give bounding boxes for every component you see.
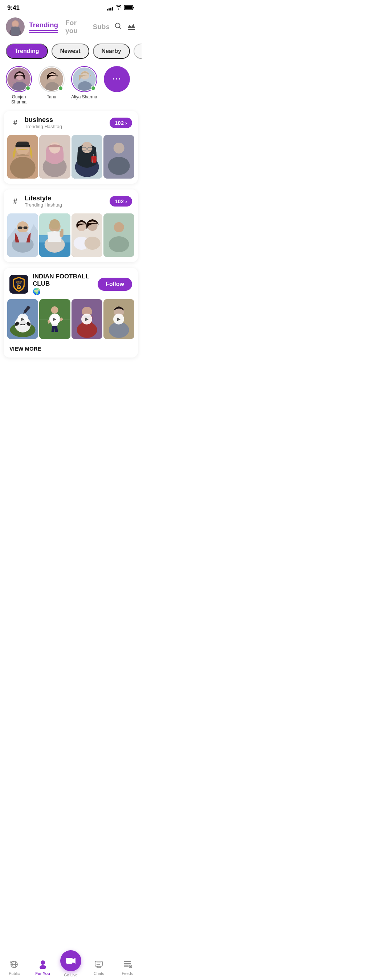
hashtag-images-lifestyle xyxy=(4,210,138,262)
club-globe-icon: 🌍 xyxy=(33,288,93,296)
hashtag-count-lifestyle[interactable]: 102 › xyxy=(110,196,132,207)
play-icon-1[interactable]: ▶ xyxy=(18,313,28,325)
hashtag-img-8[interactable] xyxy=(104,213,134,257)
hashtag-lifestyle-card: # Lifestyle Trending Hashtag 102 › xyxy=(4,189,138,262)
svg-point-64 xyxy=(18,286,19,287)
svg-point-58 xyxy=(114,222,124,232)
status-bar: 9:41 xyxy=(0,0,142,14)
battery-icon xyxy=(124,5,134,11)
svg-point-19 xyxy=(10,157,35,178)
hashtag-sub-business: Trending Hashtag xyxy=(25,124,62,129)
svg-point-65 xyxy=(19,286,20,287)
story-name-gunjan: Gunjan Sharma xyxy=(6,94,32,105)
header-nav: Trending For you Subs xyxy=(29,19,110,35)
svg-rect-51 xyxy=(61,229,64,232)
svg-point-37 xyxy=(108,157,129,175)
hashtag-img-3[interactable] xyxy=(72,135,102,178)
club-card: WINDY CITY INDIAN FOOTBALL CLUB 🌍 Follow xyxy=(4,268,138,358)
search-icon[interactable] xyxy=(114,22,122,32)
club-video-3[interactable]: ▶ xyxy=(72,299,102,339)
filter-nearby[interactable]: Nearby xyxy=(93,43,130,59)
play-icon-4[interactable]: ▶ xyxy=(113,313,124,325)
status-icons xyxy=(107,5,134,11)
filter-trending[interactable]: Trending xyxy=(6,43,48,59)
hashtag-img-2[interactable] xyxy=(39,135,70,178)
svg-point-29 xyxy=(82,143,92,153)
story-more[interactable]: ··· xyxy=(104,66,130,99)
filter-extra[interactable]: ··· xyxy=(134,43,142,59)
story-name-aliya: Aliya Sharma xyxy=(71,94,97,99)
svg-point-72 xyxy=(51,306,59,313)
story-name-tanu: Tanu xyxy=(47,94,56,99)
wifi-icon xyxy=(115,5,122,11)
club-video-4[interactable]: ▶ xyxy=(104,299,134,339)
user-avatar[interactable] xyxy=(6,18,25,36)
story-aliya[interactable]: Aliya Sharma xyxy=(71,66,97,99)
stories-row: Gunjan Sharma Tanu xyxy=(0,65,142,111)
club-video-2[interactable]: ▶ xyxy=(39,299,70,339)
svg-point-56 xyxy=(84,237,100,250)
club-info: INDIAN FOOTBALL CLUB 🌍 xyxy=(33,273,93,296)
club-videos: ▶ ▶ xyxy=(4,299,138,344)
svg-rect-1 xyxy=(125,6,132,9)
tab-subs[interactable]: Subs xyxy=(93,23,110,31)
status-time: 9:41 xyxy=(7,4,20,12)
svg-point-25 xyxy=(49,143,60,154)
header-actions xyxy=(114,22,136,32)
tab-for-you[interactable]: For you xyxy=(65,19,85,35)
club-header: WINDY CITY INDIAN FOOTBALL CLUB 🌍 Follow xyxy=(4,268,138,299)
hashtag-img-4[interactable] xyxy=(104,135,134,178)
svg-rect-33 xyxy=(91,156,96,162)
svg-point-48 xyxy=(50,219,60,229)
hashtag-sub-lifestyle: Trending Hashtag xyxy=(25,202,62,208)
story-tanu[interactable]: Tanu xyxy=(38,66,65,99)
club-logo: WINDY CITY xyxy=(10,275,28,294)
svg-rect-42 xyxy=(24,226,27,229)
hash-symbol-lifestyle: # xyxy=(10,195,21,207)
hashtag-count-business[interactable]: 102 › xyxy=(110,118,132,128)
svg-point-59 xyxy=(108,236,129,252)
online-indicator-tanu xyxy=(58,86,63,91)
play-icon-2[interactable]: ▶ xyxy=(49,313,60,325)
club-video-1[interactable]: ▶ xyxy=(7,299,38,339)
crown-icon[interactable] xyxy=(127,22,136,32)
hash-symbol-business: # xyxy=(10,117,21,129)
hashtag-img-6[interactable] xyxy=(39,213,70,257)
hashtag-img-7[interactable] xyxy=(72,213,102,257)
svg-rect-41 xyxy=(18,226,22,229)
club-name: INDIAN FOOTBALL CLUB xyxy=(33,273,93,288)
app-header: Trending For you Subs xyxy=(0,14,142,41)
hashtag-images-business xyxy=(4,131,138,184)
hashtag-title-business: business xyxy=(25,116,62,124)
hashtag-img-1[interactable] xyxy=(7,135,38,178)
follow-button[interactable]: Follow xyxy=(98,278,132,291)
svg-line-7 xyxy=(120,27,121,29)
svg-text:WINDY: WINDY xyxy=(16,281,22,283)
svg-rect-21 xyxy=(16,145,30,147)
svg-point-36 xyxy=(113,143,124,154)
signal-icon xyxy=(107,5,113,11)
svg-point-5 xyxy=(12,21,18,27)
filter-newest[interactable]: Newest xyxy=(51,43,89,59)
hashtag-business-card: # business Trending Hashtag 102 › xyxy=(4,111,138,184)
tab-trending[interactable]: Trending xyxy=(29,21,58,33)
view-more-button[interactable]: VIEW MORE xyxy=(4,344,138,358)
online-indicator-aliya xyxy=(91,86,96,91)
filter-pills: Trending Newest Nearby ··· xyxy=(0,41,142,65)
svg-rect-52 xyxy=(72,213,102,257)
hashtag-img-5[interactable] xyxy=(7,213,38,257)
online-indicator xyxy=(25,86,30,91)
hashtag-title-lifestyle: Lifestyle xyxy=(25,194,62,202)
play-icon-3[interactable]: ▶ xyxy=(81,313,92,325)
story-gunjan[interactable]: Gunjan Sharma xyxy=(6,66,32,105)
